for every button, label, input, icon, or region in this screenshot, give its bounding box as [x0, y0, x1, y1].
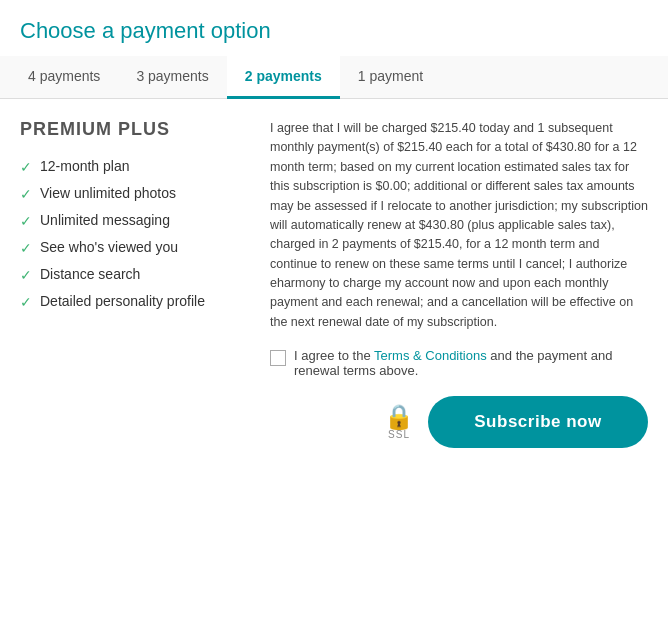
feature-label: 12-month plan: [40, 158, 130, 174]
terms-row: I agree to the Terms & Conditions and th…: [270, 348, 648, 378]
terms-link[interactable]: Terms & Conditions: [374, 348, 487, 363]
footer-row: 🔒 SSL Subscribe now: [270, 396, 648, 464]
page-title: Choose a payment option: [0, 0, 668, 56]
feature-label: Unlimited messaging: [40, 212, 170, 228]
tab-1payment[interactable]: 1 payment: [340, 56, 441, 99]
list-item: ✓ Unlimited messaging: [20, 212, 240, 229]
ssl-label: SSL: [388, 429, 410, 440]
plan-title: PREMIUM PLUS: [20, 119, 240, 140]
features-list: ✓ 12-month plan ✓ View unlimited photos …: [20, 158, 240, 310]
tab-3payments[interactable]: 3 payments: [118, 56, 226, 99]
ssl-badge: 🔒 SSL: [384, 405, 414, 440]
tab-4payments[interactable]: 4 payments: [10, 56, 118, 99]
feature-label: Detailed personality profile: [40, 293, 205, 309]
terms-label: I agree to the Terms & Conditions and th…: [294, 348, 648, 378]
list-item: ✓ View unlimited photos: [20, 185, 240, 202]
lock-icon: 🔒: [384, 405, 414, 429]
check-icon: ✓: [20, 267, 32, 283]
check-icon: ✓: [20, 213, 32, 229]
tabs-bar: 4 payments 3 payments 2 payments 1 payme…: [0, 56, 668, 99]
feature-label: Distance search: [40, 266, 140, 282]
agreement-text: I agree that I will be charged $215.40 t…: [270, 119, 648, 332]
check-icon: ✓: [20, 294, 32, 310]
feature-label: See who's viewed you: [40, 239, 178, 255]
check-icon: ✓: [20, 159, 32, 175]
tab-2payments[interactable]: 2 payments: [227, 56, 340, 99]
check-icon: ✓: [20, 240, 32, 256]
list-item: ✓ 12-month plan: [20, 158, 240, 175]
main-container: Choose a payment option 4 payments 3 pay…: [0, 0, 668, 620]
feature-label: View unlimited photos: [40, 185, 176, 201]
right-panel: I agree that I will be charged $215.40 t…: [270, 119, 648, 464]
list-item: ✓ Detailed personality profile: [20, 293, 240, 310]
left-panel: PREMIUM PLUS ✓ 12-month plan ✓ View unli…: [20, 119, 240, 464]
check-icon: ✓: [20, 186, 32, 202]
list-item: ✓ Distance search: [20, 266, 240, 283]
content-area: PREMIUM PLUS ✓ 12-month plan ✓ View unli…: [0, 99, 668, 474]
terms-checkbox[interactable]: [270, 350, 286, 366]
list-item: ✓ See who's viewed you: [20, 239, 240, 256]
subscribe-button[interactable]: Subscribe now: [428, 396, 648, 448]
